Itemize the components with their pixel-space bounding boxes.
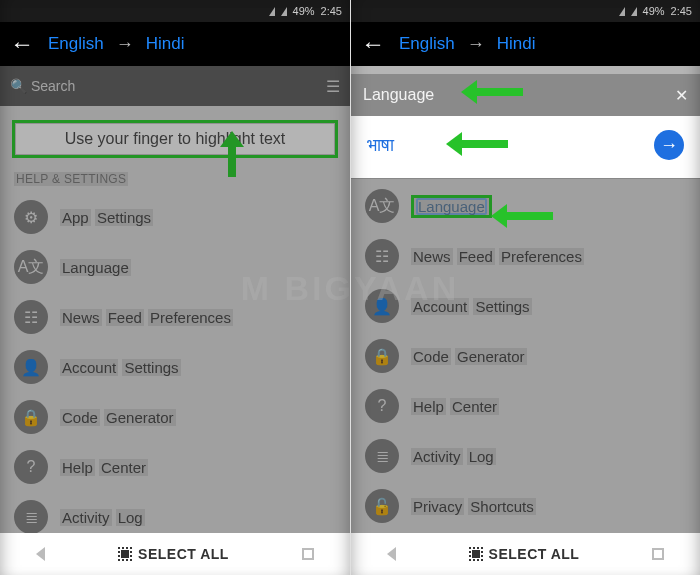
gear-icon: ⚙ <box>14 200 48 234</box>
go-button[interactable]: → <box>654 130 684 160</box>
list-item-label: Language <box>411 195 492 218</box>
search-icon: 🔍 Search <box>10 78 75 94</box>
card-title: Language <box>363 86 434 104</box>
source-language: English <box>399 34 455 54</box>
help-icon: ? <box>14 450 48 484</box>
list-item-label: App Settings <box>60 209 153 226</box>
signal-icon <box>619 7 625 16</box>
list-item[interactable]: A文Language <box>351 181 700 231</box>
underlying-app: A文Language☷News Feed Preferences👤Account… <box>351 175 700 533</box>
battery-text: 49% <box>643 5 665 17</box>
signal-icon <box>281 7 287 16</box>
card-header: Language ✕ <box>351 74 700 116</box>
list-item-label: News Feed Preferences <box>60 309 233 326</box>
log-icon: ≣ <box>14 500 48 534</box>
arrow-right-icon: → <box>116 34 134 55</box>
status-bar: 49% 2:45 <box>0 0 350 22</box>
bottom-bar: SELECT ALL <box>351 533 700 575</box>
select-all-button[interactable]: SELECT ALL <box>118 546 229 562</box>
app-topbar: 🔍 Search ☰ <box>0 66 350 106</box>
phone-left: 49% 2:45 ← English → Hindi 🔍 Search ☰ Us… <box>0 0 350 575</box>
list-item-label: Language <box>60 259 131 276</box>
list-item-label: Activity Log <box>411 448 496 465</box>
select-all-button[interactable]: SELECT ALL <box>469 546 580 562</box>
translator-header: ← English → Hindi <box>0 22 350 66</box>
clock-text: 2:45 <box>321 5 342 17</box>
list-item-label: Help Center <box>411 398 499 415</box>
account-icon: 👤 <box>365 289 399 323</box>
list-item[interactable]: ?Help Center <box>0 442 350 492</box>
phone-right: 49% 2:45 ← English → Hindi Language ✕ भा… <box>350 0 700 575</box>
help-icon: ? <box>365 389 399 423</box>
list-item[interactable]: ☷News Feed Preferences <box>351 231 700 281</box>
signal-icon <box>269 7 275 16</box>
feed-icon: ☷ <box>14 300 48 334</box>
list-item-label: Code Generator <box>411 348 527 365</box>
select-all-icon <box>469 547 483 561</box>
list-item[interactable]: ≣Activity Log <box>351 431 700 481</box>
translator-header: ← English → Hindi <box>351 22 700 66</box>
translation-card: Language ✕ भाषा → <box>351 74 700 178</box>
back-icon[interactable]: ← <box>361 32 385 56</box>
target-language: Hindi <box>497 34 536 54</box>
nav-back-icon[interactable] <box>36 547 45 561</box>
privacy-icon: 🔓 <box>365 489 399 523</box>
battery-text: 49% <box>293 5 315 17</box>
arrow-right-icon: → <box>467 34 485 55</box>
log-icon: ≣ <box>365 439 399 473</box>
nav-recent-icon[interactable] <box>652 548 664 560</box>
signal-icon <box>631 7 637 16</box>
list-item-label: Activity Log <box>60 509 145 526</box>
list-item[interactable]: 👤Account Settings <box>0 342 350 392</box>
list-item-label: Code Generator <box>60 409 176 426</box>
list-item-label: Help Center <box>60 459 148 476</box>
status-bar: 49% 2:45 <box>351 0 700 22</box>
language-icon: A文 <box>14 250 48 284</box>
nav-back-icon[interactable] <box>387 547 396 561</box>
target-language: Hindi <box>146 34 185 54</box>
menu-icon: ☰ <box>326 77 340 96</box>
language-icon: A文 <box>365 189 399 223</box>
clock-text: 2:45 <box>671 5 692 17</box>
close-icon[interactable]: ✕ <box>675 86 688 105</box>
bottom-bar: SELECT ALL <box>0 533 350 575</box>
list-item[interactable]: 🔒Code Generator <box>351 331 700 381</box>
list-item[interactable]: A文Language <box>0 242 350 292</box>
account-icon: 👤 <box>14 350 48 384</box>
nav-recent-icon[interactable] <box>302 548 314 560</box>
language-pair[interactable]: English → Hindi <box>48 34 185 55</box>
highlight-hint: Use your finger to highlight text <box>12 120 338 158</box>
list-item[interactable]: ⚙App Settings <box>0 192 350 242</box>
lock-icon: 🔒 <box>365 339 399 373</box>
list-item[interactable]: ☷News Feed Preferences <box>0 292 350 342</box>
list-item[interactable]: 👤Account Settings <box>351 281 700 331</box>
list-item-label: Privacy Shortcuts <box>411 498 536 515</box>
select-all-icon <box>118 547 132 561</box>
source-language: English <box>48 34 104 54</box>
feed-icon: ☷ <box>365 239 399 273</box>
language-pair[interactable]: English → Hindi <box>399 34 536 55</box>
underlying-app: 🔍 Search ☰ Use your finger to highlight … <box>0 66 350 533</box>
list-item[interactable]: 🔒Code Generator <box>0 392 350 442</box>
list-item[interactable]: 🔓Privacy Shortcuts <box>351 481 700 531</box>
lock-icon: 🔒 <box>14 400 48 434</box>
settings-list: ⚙App SettingsA文Language☷News Feed Prefer… <box>0 192 350 575</box>
back-icon[interactable]: ← <box>10 32 34 56</box>
list-item[interactable]: ?Help Center <box>351 381 700 431</box>
settings-list: A文Language☷News Feed Preferences👤Account… <box>351 175 700 531</box>
list-item-label: Account Settings <box>411 298 532 315</box>
hint-text: Use your finger to highlight text <box>65 130 286 147</box>
translated-text: भाषा <box>367 135 394 156</box>
list-item-label: News Feed Preferences <box>411 248 584 265</box>
section-label: HELP & SETTINGS <box>14 172 336 186</box>
list-item-label: Account Settings <box>60 359 181 376</box>
